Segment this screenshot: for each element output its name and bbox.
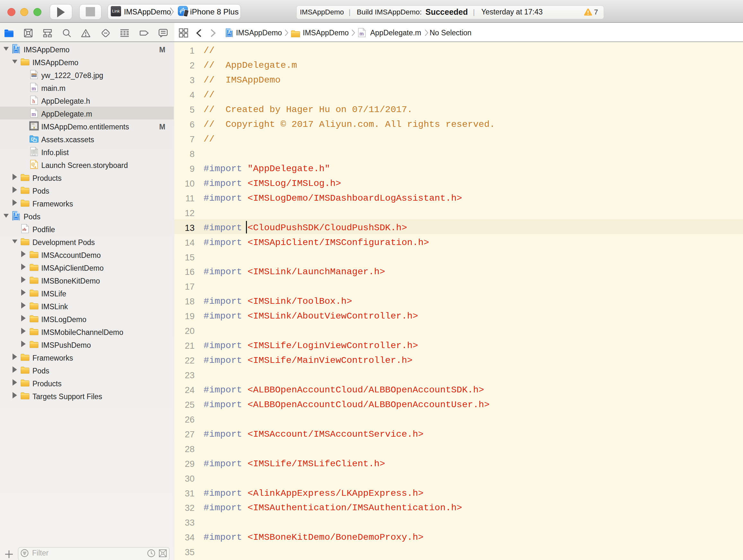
svg-text:m: m [359, 31, 363, 37]
svg-text:rb: rb [23, 227, 26, 231]
svg-text:m: m [32, 111, 36, 117]
svg-text:m: m [32, 85, 36, 91]
svg-text:h: h [32, 98, 35, 104]
svg-text:PLIST: PLIST [32, 154, 37, 156]
